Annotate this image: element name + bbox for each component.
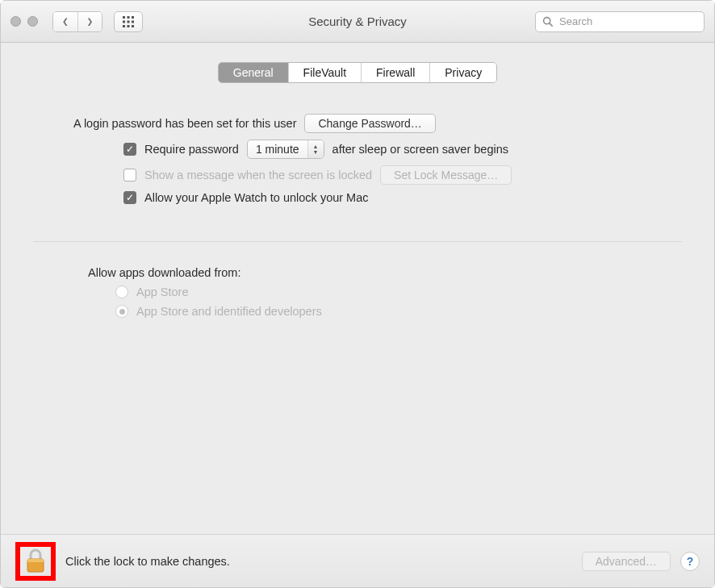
radio-app-store xyxy=(115,286,128,298)
apple-watch-unlock-checkbox[interactable] xyxy=(123,191,136,204)
tab-general[interactable]: General xyxy=(219,63,288,82)
apple-watch-unlock-label: Allow your Apple Watch to unlock your Ma… xyxy=(144,191,369,204)
svg-rect-3 xyxy=(123,20,125,23)
radio-identified-developers-label: App Store and identified developers xyxy=(136,305,322,318)
lock-hint-text: Click the lock to make changes. xyxy=(65,555,230,568)
titlebar: ❮ ❯ Security & Privacy xyxy=(1,1,714,43)
svg-rect-5 xyxy=(132,20,134,23)
svg-rect-12 xyxy=(27,559,44,562)
change-password-button[interactable]: Change Password… xyxy=(304,114,435,133)
preferences-window: ❮ ❯ Security & Privacy General FileVault… xyxy=(0,0,715,588)
login-password-status: A login password has been set for this u… xyxy=(73,117,296,130)
forward-button[interactable]: ❯ xyxy=(77,12,102,31)
svg-rect-1 xyxy=(128,16,130,19)
search-input[interactable] xyxy=(558,15,697,28)
gatekeeper-section: Allow apps downloaded from: App Store Ap… xyxy=(1,242,714,332)
svg-rect-2 xyxy=(132,16,134,19)
require-password-tail: after sleep or screen saver begins xyxy=(332,143,508,156)
tab-bar: General FileVault Firewall Privacy xyxy=(1,62,714,83)
minimize-window-button[interactable] xyxy=(27,16,38,27)
tab-privacy[interactable]: Privacy xyxy=(429,63,496,82)
svg-line-10 xyxy=(550,23,552,26)
content-area: General FileVault Firewall Privacy A log… xyxy=(1,43,714,587)
stepper-icon: ▲▼ xyxy=(307,140,324,158)
window-controls xyxy=(10,16,38,27)
nav-back-forward: ❮ ❯ xyxy=(52,11,102,32)
svg-rect-8 xyxy=(132,25,134,27)
footer: Click the lock to make changes. Advanced… xyxy=(1,534,714,587)
show-all-prefs-button[interactable] xyxy=(114,11,143,32)
grid-icon xyxy=(123,16,134,27)
radio-app-store-label: App Store xyxy=(136,286,189,298)
require-password-checkbox[interactable] xyxy=(123,143,136,156)
tab-firewall[interactable]: Firewall xyxy=(361,63,429,82)
gatekeeper-heading: Allow apps downloaded from: xyxy=(88,266,666,279)
show-lock-message-checkbox[interactable] xyxy=(123,169,136,181)
lock-highlight-box xyxy=(15,542,56,581)
help-button[interactable]: ? xyxy=(680,552,700,571)
svg-rect-7 xyxy=(128,25,130,27)
require-password-delay-value: 1 minute xyxy=(248,143,307,156)
svg-rect-0 xyxy=(123,16,125,19)
require-password-label: Require password xyxy=(144,143,239,156)
svg-rect-6 xyxy=(123,25,125,27)
lock-icon xyxy=(24,548,47,574)
set-lock-message-button: Set Lock Message… xyxy=(380,165,512,185)
search-field[interactable] xyxy=(535,11,705,32)
tab-filevault[interactable]: FileVault xyxy=(288,63,361,82)
advanced-button: Advanced… xyxy=(582,552,671,571)
svg-rect-4 xyxy=(128,20,130,23)
back-button[interactable]: ❮ xyxy=(53,12,77,31)
show-lock-message-label: Show a message when the screen is locked xyxy=(144,169,372,181)
require-password-delay-select[interactable]: 1 minute ▲▼ xyxy=(247,140,324,159)
lock-button[interactable] xyxy=(24,548,47,574)
search-icon xyxy=(542,16,553,27)
radio-identified-developers xyxy=(115,305,128,318)
close-window-button[interactable] xyxy=(10,16,21,27)
login-password-section: A login password has been set for this u… xyxy=(1,83,714,230)
